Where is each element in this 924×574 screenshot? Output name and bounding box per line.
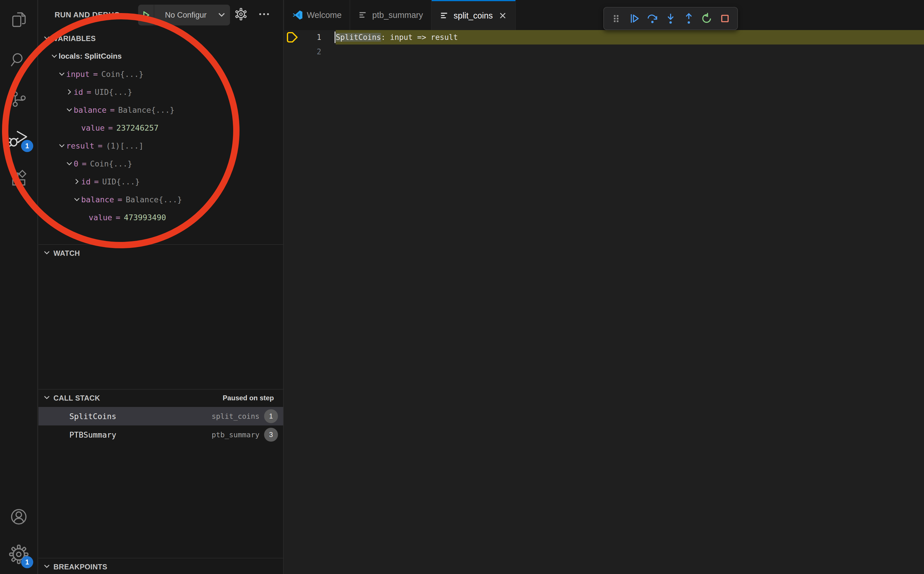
variable-row[interactable]: balance=Balance{...} bbox=[38, 191, 283, 208]
frame-name: SplitCoins bbox=[69, 412, 116, 421]
step-into-button[interactable] bbox=[662, 10, 679, 27]
restart-button[interactable] bbox=[698, 10, 715, 27]
variable-value: Balance{...} bbox=[126, 195, 182, 204]
variable-row[interactable]: balance=Balance{...} bbox=[38, 101, 283, 119]
equals-sign: = bbox=[90, 69, 101, 79]
breakpoints-section-header[interactable]: BREAKPOINTS bbox=[38, 558, 283, 574]
variable-row[interactable]: 0=Coin{...} bbox=[38, 155, 283, 173]
variable-row[interactable]: input=Coin{...} bbox=[38, 65, 283, 83]
run-and-debug-panel: RUN AND DEBUG No Configur bbox=[38, 0, 284, 574]
code-line[interactable]: 2 bbox=[284, 44, 924, 59]
call-stack-frame[interactable]: SplitCoinssplit_coins1 bbox=[38, 407, 283, 426]
step-out-button[interactable] bbox=[680, 10, 697, 27]
activity-search[interactable] bbox=[0, 47, 37, 74]
activity-bar: 1 bbox=[0, 0, 38, 574]
chevron-down-icon[interactable] bbox=[72, 196, 81, 203]
panel-header: RUN AND DEBUG No Configur bbox=[38, 0, 283, 30]
git-branch-icon bbox=[9, 90, 28, 110]
variable-row[interactable]: id=UID{...} bbox=[38, 83, 283, 101]
activity-explorer[interactable] bbox=[0, 6, 37, 34]
frame-line-badge: 3 bbox=[264, 428, 278, 442]
tab-split-coins[interactable]: split_coins bbox=[432, 0, 516, 30]
frame-name: PTBSummary bbox=[69, 430, 116, 439]
continue-icon bbox=[628, 12, 641, 25]
watch-section-header[interactable]: WATCH bbox=[38, 245, 283, 262]
activity-accounts[interactable] bbox=[0, 503, 37, 531]
section-label: WATCH bbox=[54, 249, 80, 257]
continue-button[interactable] bbox=[626, 10, 643, 27]
equals-sign: = bbox=[78, 159, 90, 168]
configure-gear-button[interactable] bbox=[231, 5, 250, 24]
code-line[interactable]: 1SplitCoins: input => result bbox=[284, 30, 924, 44]
equals-sign: = bbox=[114, 195, 126, 204]
settings-badge: 1 bbox=[21, 556, 33, 568]
list-file-icon bbox=[440, 11, 450, 20]
editor-group: Welcome ptb_summary bbox=[284, 0, 924, 574]
play-icon bbox=[141, 10, 151, 20]
equals-sign: = bbox=[107, 106, 118, 114]
equals-sign: = bbox=[83, 88, 95, 96]
variable-name: id bbox=[74, 88, 83, 96]
chevron-down-icon[interactable] bbox=[50, 52, 59, 60]
call-stack-frame[interactable]: PTBSummaryptb_summary3 bbox=[38, 426, 283, 444]
toolbar-drag-handle[interactable] bbox=[608, 10, 625, 27]
tab-ptb-summary[interactable]: ptb_summary bbox=[350, 0, 432, 30]
variable-value: (1)[...] bbox=[106, 141, 143, 150]
chevron-down-icon[interactable] bbox=[65, 106, 74, 114]
drag-handle-icon bbox=[611, 13, 622, 24]
variable-row[interactable]: result=(1)[...] bbox=[38, 137, 283, 155]
variables-tree: locals: SplitCoinsinput=Coin{...}id=UID{… bbox=[38, 47, 283, 226]
variables-section-header[interactable]: VARIABLES bbox=[38, 30, 283, 47]
close-icon[interactable] bbox=[498, 11, 507, 20]
more-actions-button[interactable] bbox=[255, 5, 274, 24]
variable-name: 0 bbox=[74, 159, 78, 168]
call-stack-section-header[interactable]: CALL STACK Paused on step bbox=[38, 390, 283, 406]
activity-run-and-debug[interactable]: 1 bbox=[0, 125, 37, 153]
code-text: SplitCoins: input => result bbox=[336, 33, 458, 42]
stop-button[interactable] bbox=[716, 10, 733, 27]
debug-toolbar bbox=[603, 7, 738, 30]
account-icon bbox=[9, 507, 29, 528]
variable-row[interactable]: id=UID{...} bbox=[38, 173, 283, 191]
search-icon bbox=[9, 50, 28, 71]
step-into-icon bbox=[664, 12, 677, 25]
tab-label: split_coins bbox=[453, 11, 493, 20]
variable-value: UID{...} bbox=[95, 88, 132, 96]
frame-source: split_coins bbox=[211, 412, 260, 421]
variable-value: UID{...} bbox=[102, 177, 140, 186]
variable-name: id bbox=[81, 177, 91, 186]
variable-name: value bbox=[81, 123, 105, 132]
variable-row[interactable]: value=473993490 bbox=[38, 208, 283, 226]
ellipsis-icon bbox=[257, 8, 271, 22]
activity-settings[interactable]: 1 bbox=[0, 541, 37, 569]
frame-source: ptb_summary bbox=[211, 430, 260, 439]
start-debug-button[interactable] bbox=[138, 5, 154, 25]
chevron-down-icon[interactable] bbox=[58, 70, 66, 78]
variable-name: balance bbox=[81, 195, 114, 204]
section-label: VARIABLES bbox=[54, 35, 96, 43]
files-icon bbox=[9, 10, 28, 30]
debug-config-label: No Configur bbox=[154, 11, 217, 20]
chevron-down-icon[interactable] bbox=[65, 160, 74, 167]
activity-source-control[interactable] bbox=[0, 86, 37, 114]
variable-value: Coin{...} bbox=[90, 159, 132, 168]
vscode-window: 1 bbox=[0, 0, 924, 574]
line-number: 2 bbox=[296, 47, 321, 56]
tab-label: Welcome bbox=[307, 10, 342, 20]
variable-row[interactable]: value=237246257 bbox=[38, 119, 283, 137]
chevron-right-icon[interactable] bbox=[72, 178, 81, 185]
activity-extensions[interactable] bbox=[0, 165, 37, 193]
chevron-down-icon bbox=[217, 10, 226, 20]
code-editor[interactable]: 1SplitCoins: input => result2 bbox=[284, 30, 924, 574]
step-over-button[interactable] bbox=[644, 10, 661, 27]
section-label: CALL STACK bbox=[54, 394, 100, 402]
debug-config-dropdown[interactable]: No Configur bbox=[138, 5, 230, 25]
equals-sign: = bbox=[91, 177, 102, 186]
chevron-right-icon[interactable] bbox=[65, 88, 74, 96]
code-segment: : input => result bbox=[381, 33, 458, 42]
variable-name: value bbox=[89, 213, 112, 222]
scope-row[interactable]: locals: SplitCoins bbox=[38, 47, 283, 65]
vscode-logo-icon bbox=[293, 10, 303, 20]
chevron-down-icon[interactable] bbox=[58, 142, 66, 150]
tab-welcome[interactable]: Welcome bbox=[284, 0, 350, 30]
